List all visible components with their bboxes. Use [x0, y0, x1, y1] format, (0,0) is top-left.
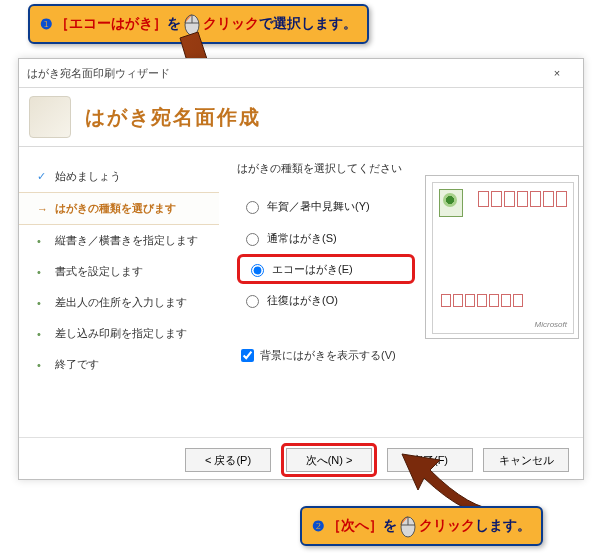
next-button[interactable]: 次へ(N) > — [286, 448, 372, 472]
arrow-right-icon: → — [37, 203, 47, 215]
radio-label: エコーはがき(E) — [272, 262, 353, 277]
callout-2-d: します。 — [475, 517, 531, 535]
bg-checkbox-label: 背景にはがきを表示する(V) — [260, 348, 396, 363]
step-label: 差出人の住所を入力します — [55, 295, 187, 310]
radio-return-input[interactable] — [246, 295, 259, 308]
finish-button[interactable]: 完了(F) — [387, 448, 473, 472]
mouse-icon — [183, 12, 201, 36]
stamp-icon — [439, 189, 463, 217]
zipcode-top — [478, 191, 567, 207]
close-button[interactable]: × — [539, 67, 575, 79]
step-item-start: ✓ 始めましょう — [19, 161, 219, 192]
callout-1-d: で選択します。 — [259, 15, 357, 33]
bullet-icon: • — [37, 297, 47, 309]
next-button-highlight: 次へ(N) > — [281, 443, 377, 477]
back-button[interactable]: < 戻る(P) — [185, 448, 271, 472]
window-title: はがき宛名面印刷ウィザード — [27, 66, 539, 81]
step-label: 始めましょう — [55, 169, 121, 184]
bullet-icon: • — [37, 266, 47, 278]
callout-2-b: を — [383, 517, 397, 535]
callout-2-c: クリック — [419, 517, 475, 535]
callout-1-num: ❶ — [40, 16, 53, 32]
step-label: 縦書き／横書きを指定します — [55, 233, 198, 248]
header-strip: はがき宛名面作成 — [19, 88, 583, 147]
bg-checkbox[interactable] — [241, 349, 254, 362]
radio-echo-highlight: エコーはがき(E) — [237, 254, 415, 284]
postcard-preview: Microsoft — [425, 175, 579, 339]
callout-2-red: ［次へ］ — [327, 517, 383, 535]
radio-nenga-input[interactable] — [246, 201, 259, 214]
preview-brand: Microsoft — [535, 320, 567, 329]
wizard-heading: はがき宛名面作成 — [85, 104, 261, 131]
bullet-icon: • — [37, 235, 47, 247]
step-label: 書式を設定します — [55, 264, 143, 279]
step-label: はがきの種類を選びます — [55, 201, 176, 216]
radio-label: 通常はがき(S) — [267, 231, 337, 246]
zipcode-bottom — [441, 294, 523, 307]
postcard-graphic: Microsoft — [432, 182, 574, 334]
callout-2-num: ❷ — [312, 518, 325, 534]
titlebar: はがき宛名面印刷ウィザード × — [19, 59, 583, 88]
callout-1: ❶ ［エコーはがき］ を クリック で選択します。 — [28, 4, 369, 44]
step-item-finish: • 終了です — [19, 349, 219, 380]
step-item-format: • 書式を設定します — [19, 256, 219, 287]
step-item-type: → はがきの種類を選びます — [19, 192, 219, 225]
callout-1-red: ［エコーはがき］ — [55, 15, 167, 33]
body-area: ✓ 始めましょう → はがきの種類を選びます • 縦書き／横書きを指定します •… — [19, 147, 583, 437]
radio-label: 往復はがき(O) — [267, 293, 338, 308]
step-label: 終了です — [55, 357, 99, 372]
radio-echo[interactable]: エコーはがき(E) — [246, 261, 406, 277]
option-pane: はがきの種類を選択してください 年賀／暑中見舞い(Y) 通常はがき(S) エコー… — [219, 147, 583, 437]
bullet-icon: • — [37, 328, 47, 340]
step-item-sender: • 差出人の住所を入力します — [19, 287, 219, 318]
button-bar: < 戻る(P) 次へ(N) > 完了(F) キャンセル — [19, 437, 583, 482]
callout-2: ❷ ［次へ］ を クリック します。 — [300, 506, 543, 546]
cancel-button[interactable]: キャンセル — [483, 448, 569, 472]
mouse-icon — [399, 514, 417, 538]
wizard-window: はがき宛名面印刷ウィザード × はがき宛名面作成 ✓ 始めましょう → はがきの… — [18, 58, 584, 480]
option-prompt: はがきの種類を選択してください — [237, 161, 575, 176]
wizard-logo-icon — [29, 96, 71, 138]
checkmark-icon: ✓ — [37, 170, 47, 183]
radio-echo-input[interactable] — [251, 264, 264, 277]
callout-1-c: クリック — [203, 15, 259, 33]
step-label: 差し込み印刷を指定します — [55, 326, 187, 341]
step-item-orientation: • 縦書き／横書きを指定します — [19, 225, 219, 256]
step-item-merge: • 差し込み印刷を指定します — [19, 318, 219, 349]
radio-normal-input[interactable] — [246, 233, 259, 246]
radio-label: 年賀／暑中見舞い(Y) — [267, 199, 370, 214]
step-list: ✓ 始めましょう → はがきの種類を選びます • 縦書き／横書きを指定します •… — [19, 147, 219, 437]
bullet-icon: • — [37, 359, 47, 371]
callout-1-b: を — [167, 15, 181, 33]
